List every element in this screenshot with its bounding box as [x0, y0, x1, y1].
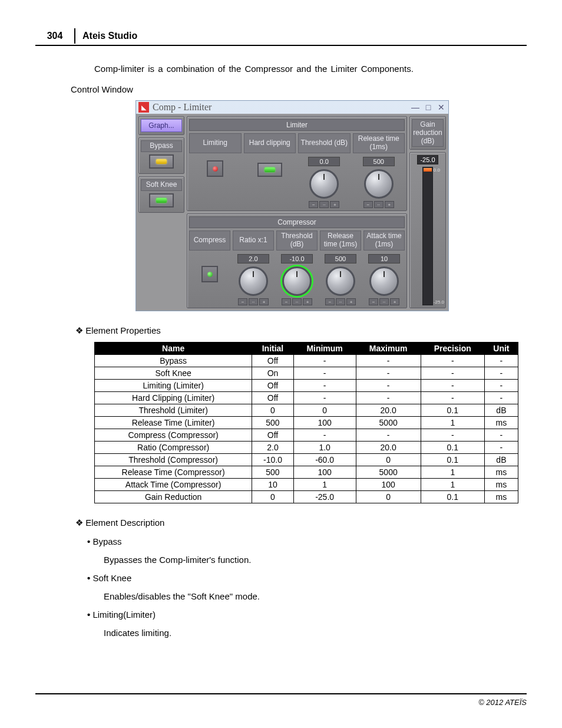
table-cell: 5000: [356, 417, 421, 429]
table-cell: 0.1: [421, 442, 484, 454]
table-cell: ms: [484, 491, 518, 503]
ratio-cell: Ratio x:1 2.0 −··+: [233, 230, 274, 305]
comp-threshold-stepper[interactable]: −··+: [282, 298, 312, 305]
meter-fill: [424, 168, 432, 172]
titlebar: ◣ Comp - Limiter — □ ✕: [136, 101, 448, 114]
comp-threshold-cell: Threshold (dB) -10.0 −··+: [276, 230, 318, 305]
comp-threshold-knob[interactable]: [282, 266, 312, 296]
description-title: Limiting(Limiter): [87, 610, 527, 620]
close-icon[interactable]: ✕: [437, 103, 446, 111]
limiting-label: Limiting: [189, 133, 242, 153]
table-cell: Hard Clipping (Limiter): [95, 392, 252, 404]
table-cell: Bypass: [95, 355, 252, 367]
table-cell: On: [252, 367, 293, 380]
comp-release-knob[interactable]: [326, 266, 355, 296]
limiter-release-label: Release time (1ms): [353, 133, 405, 153]
bypass-toggle[interactable]: [149, 154, 174, 169]
limiter-release-cell: Release time (1ms) 500 −··+: [353, 133, 405, 208]
table-cell: 0: [356, 454, 421, 466]
table-cell: 20.0: [356, 442, 421, 454]
table-cell: -: [421, 367, 484, 380]
meter-ticks: 0.0 -25.0: [434, 167, 444, 305]
table-cell: Off: [252, 429, 293, 442]
ratio-stepper[interactable]: −··+: [238, 298, 269, 305]
table-cell: -: [356, 355, 421, 367]
attack-knob[interactable]: [369, 266, 399, 296]
table-cell: -: [356, 392, 421, 404]
table-cell: -10.0: [252, 454, 293, 466]
table-cell: Gain Reduction: [95, 491, 252, 503]
table-cell: 20.0: [356, 404, 421, 417]
th-max: Maximum: [356, 342, 421, 355]
table-cell: dB: [484, 404, 518, 417]
description-list: BypassBypasses the Comp-limiter's functi…: [87, 536, 527, 638]
table-cell: 0: [252, 404, 293, 417]
ratio-knob[interactable]: [239, 266, 268, 296]
softknee-panel: Soft Knee: [138, 176, 184, 213]
page-number: 304: [35, 28, 75, 44]
ratio-value: 2.0: [237, 254, 269, 263]
table-cell: Threshold (Limiter): [95, 404, 252, 417]
ratio-label: Ratio x:1: [233, 230, 274, 251]
table-cell: -: [421, 355, 484, 367]
th-unit: Unit: [484, 342, 518, 355]
table-cell: dB: [484, 454, 518, 466]
hardclip-label: Hard clipping: [244, 133, 296, 153]
window-title: Comp - Limiter: [153, 102, 407, 113]
table-cell: -: [484, 442, 518, 454]
compress-indicator[interactable]: [201, 266, 218, 282]
middle-column: Limiter Limiting Hard clipping Threshold…: [187, 116, 407, 308]
graph-button[interactable]: Graph...: [141, 119, 182, 132]
graph-panel: Graph...: [138, 116, 184, 135]
manual-title: Ateis Studio: [75, 28, 144, 44]
limiter-release-stepper[interactable]: −··+: [363, 201, 394, 208]
table-row: Compress (Compressor)Off----: [95, 429, 518, 442]
table-cell: 500: [252, 466, 293, 479]
table-cell: Limiting (Limiter): [95, 380, 252, 392]
comp-release-stepper[interactable]: −··+: [325, 298, 356, 305]
dot-icon: [207, 272, 213, 277]
table-cell: 0.1: [421, 454, 484, 466]
table-cell: -: [421, 392, 484, 404]
limiter-threshold-stepper[interactable]: −··+: [309, 201, 339, 208]
table-cell: Release Time (Limiter): [95, 417, 252, 429]
table-cell: 500: [252, 417, 293, 429]
gain-reduction-label-panel: Gain reduction (dB): [409, 116, 446, 150]
table-cell: 100: [293, 466, 356, 479]
table-cell: Soft Knee: [95, 367, 252, 380]
table-cell: -: [356, 367, 421, 380]
limiter-threshold-value: 0.0: [308, 157, 340, 166]
table-cell: 1: [293, 479, 356, 491]
table-cell: 1: [421, 466, 484, 479]
comp-threshold-value: -10.0: [281, 254, 313, 263]
comp-release-cell: Release time (1ms) 500 −··+: [320, 230, 361, 305]
intro-paragraph: Comp-limiter is a combination of the Com…: [94, 64, 527, 74]
table-row: Attack Time (Compressor)1011001ms: [95, 479, 518, 491]
led-icon: [156, 198, 167, 203]
table-row: Threshold (Limiter)0020.00.1dB: [95, 404, 518, 417]
page-footer: © 2012 ATEÏS: [35, 693, 527, 707]
minimize-icon[interactable]: —: [411, 103, 420, 111]
gain-reduction-value: -25.0: [417, 155, 438, 164]
attack-label: Attack time (1ms): [363, 230, 405, 251]
bypass-panel: Bypass: [138, 137, 184, 174]
limiting-indicator[interactable]: [207, 160, 223, 177]
table-cell: ms: [484, 417, 518, 429]
properties-table: Name Initial Minimum Maximum Precision U…: [94, 342, 518, 503]
limiter-threshold-label: Threshold (dB): [298, 133, 351, 153]
limiter-release-knob[interactable]: [364, 169, 394, 199]
limiter-threshold-knob[interactable]: [309, 169, 339, 199]
gain-reduction-meter-panel: -25.0 0.0 -25.0: [409, 152, 446, 308]
table-row: Limiting (Limiter)Off----: [95, 380, 518, 392]
description-body: Bypasses the Comp-limiter's function.: [104, 555, 527, 565]
maximize-icon[interactable]: □: [424, 103, 433, 111]
table-cell: Attack Time (Compressor): [95, 479, 252, 491]
hardclip-toggle[interactable]: [257, 163, 282, 177]
softknee-toggle[interactable]: [149, 193, 174, 207]
table-header-row: Name Initial Minimum Maximum Precision U…: [95, 342, 518, 355]
table-cell: ms: [484, 479, 518, 491]
table-cell: 1.0: [293, 442, 356, 454]
table-row: BypassOff----: [95, 355, 518, 367]
table-cell: -: [356, 429, 421, 442]
attack-stepper[interactable]: −··+: [369, 298, 399, 305]
